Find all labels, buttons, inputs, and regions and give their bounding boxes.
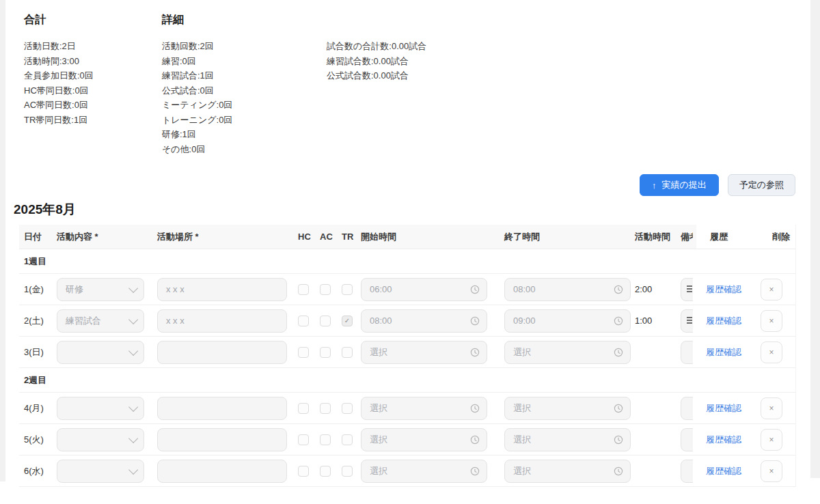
history-check-link[interactable]: 履歴確認 [706,284,741,294]
close-icon: × [769,404,774,413]
remarks-field[interactable] [681,460,693,483]
remarks-input-clipped[interactable] [681,397,693,420]
checkbox-hc[interactable] [298,403,309,414]
header-hc: HC [298,232,309,242]
remarks-input-clipped[interactable] [681,460,693,483]
activity-select[interactable] [57,397,144,420]
chevron-down-icon [128,464,138,474]
place-input[interactable] [157,309,287,333]
summary-item: 研修:1回 [162,127,327,142]
duration-value: 2:00 [635,284,676,294]
checkbox-tr[interactable] [342,316,353,326]
view-schedule-button[interactable]: 予定の参照 [728,174,795,196]
submit-results-button[interactable]: ↑ 実績の提出 [640,174,719,196]
checkbox-hc[interactable] [298,347,309,358]
history-check-link[interactable]: 履歴確認 [706,316,741,326]
remarks-input-clipped[interactable] [681,309,693,333]
activity-report-page: 合計 活動日数:2日活動時間:3:00全員参加日数:0回HC帯同日数:0回AC帯… [0,0,820,487]
summary-item: 活動時間:3:00 [24,54,162,69]
activity-select[interactable] [57,460,144,483]
week-header-row: 1週目 [19,249,795,274]
header-start-time: 開始時間 [361,231,487,243]
header-tr: TR [342,232,353,242]
delete-row-button[interactable]: × [761,397,782,419]
checkbox-hc[interactable] [298,284,309,295]
end-time-input[interactable] [504,460,631,483]
view-schedule-label: 予定の参照 [739,179,784,191]
month-title: 2025年8月 [14,201,820,218]
delete-row-button[interactable]: × [761,460,782,482]
start-time-input[interactable] [361,309,487,333]
summary-detail-column: 詳細 活動回数:2回練習:0回練習試合:1回公式試合:0回ミーティング:0回トレ… [162,12,327,158]
checkbox-hc[interactable] [298,316,309,326]
header-place: 活動場所 * [157,231,287,243]
activity-select-value: 研修 [66,283,83,296]
remarks-field[interactable] [681,341,693,364]
summary-item: 公式試合数:0.00試合 [327,68,426,83]
checkbox-tr[interactable] [342,466,353,477]
summary-total-list: 活動日数:2日活動時間:3:00全員参加日数:0回HC帯同日数:0回AC帯同日数… [24,39,162,127]
remarks-field[interactable] [681,397,693,420]
place-input[interactable] [157,341,287,364]
start-time-input[interactable] [361,428,487,451]
summary-item: 練習試合:1回 [162,68,327,83]
header-date: 日付 [19,231,57,243]
summary-item: TR帯同日数:1回 [24,113,162,128]
summary-item: ミーティング:0回 [162,98,327,113]
header-activity: 活動内容 * [57,231,144,243]
end-time-input[interactable] [504,341,631,364]
checkbox-ac[interactable] [320,466,331,477]
remarks-text-fragment [687,285,692,294]
place-input[interactable] [157,460,287,483]
checkbox-tr[interactable] [342,347,353,358]
remarks-input-clipped[interactable] [681,428,693,451]
activity-select[interactable]: 練習試合 [57,309,144,333]
summary-item: 練習:0回 [162,54,327,69]
table-row: 6(水) [19,456,795,487]
header-history: 履歴 [710,231,759,243]
checkbox-ac[interactable] [320,403,331,414]
history-check-link[interactable]: 履歴確認 [706,403,741,413]
summary-item: HC帯同日数:0回 [24,83,162,98]
checkbox-ac[interactable] [320,284,331,295]
summary-item: AC帯同日数:0回 [24,98,162,113]
remarks-field[interactable] [681,428,693,451]
date-label: 6(水) [19,465,57,477]
activity-select[interactable]: 研修 [57,278,144,301]
checkbox-ac[interactable] [320,316,331,326]
history-check-link[interactable]: 履歴確認 [706,347,741,357]
checkbox-tr[interactable] [342,403,353,414]
delete-row-button[interactable]: × [761,341,782,363]
end-time-input[interactable] [504,309,631,333]
close-icon: × [769,435,774,445]
header-end-time: 終了時間 [504,231,631,243]
start-time-input[interactable] [361,341,487,364]
activity-select[interactable] [57,428,144,451]
delete-row-button[interactable]: × [761,429,782,451]
close-icon: × [769,285,774,294]
start-time-input[interactable] [361,278,487,301]
start-time-input[interactable] [361,397,487,420]
remarks-input-clipped[interactable] [681,278,693,301]
place-input[interactable] [157,278,287,301]
start-time-input[interactable] [361,460,487,483]
delete-row-button[interactable]: × [761,310,782,332]
checkbox-ac[interactable] [320,434,331,445]
checkbox-hc[interactable] [298,434,309,445]
delete-row-button[interactable]: × [761,279,782,300]
checkbox-tr[interactable] [342,434,353,445]
checkbox-ac[interactable] [320,347,331,358]
activity-select[interactable] [57,341,144,364]
end-time-input[interactable] [504,428,631,451]
history-check-link[interactable]: 履歴確認 [706,466,741,476]
remarks-input-clipped[interactable] [681,341,693,364]
place-input[interactable] [157,428,287,451]
checkbox-tr[interactable] [342,284,353,295]
end-time-input[interactable] [504,278,631,301]
checkbox-hc[interactable] [298,466,309,477]
summary-item: 活動回数:2回 [162,39,327,54]
summary-item: トレーニング:0回 [162,113,327,128]
end-time-input[interactable] [504,397,631,420]
history-check-link[interactable]: 履歴確認 [706,434,741,445]
place-input[interactable] [157,397,287,420]
